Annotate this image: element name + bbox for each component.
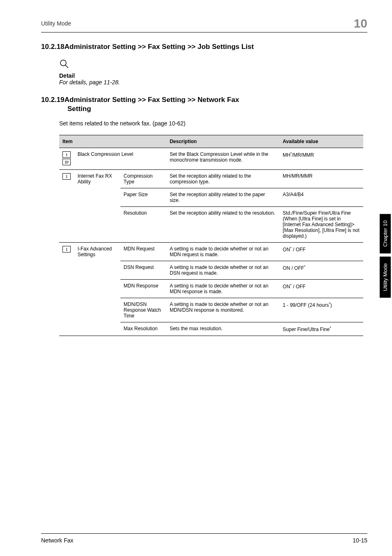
row3-sub5-avail-pre: Super Fine/Ultra Fine (283, 327, 330, 332)
row2-sub2-item2: Paper Size (120, 188, 166, 207)
row1-iconcell: I IP (59, 148, 74, 170)
section-num-2: 10.2.19 (41, 96, 65, 104)
row3-sub2-desc: A setting is made to decide whether or n… (166, 261, 279, 280)
row3-sub4-avail-post: ) (330, 302, 332, 308)
page-footer: Network Fax 10-15 (41, 535, 367, 544)
header-left-text: Utility Mode (41, 20, 71, 27)
row2-sub1-avail: MH/MR/MMR (279, 170, 363, 188)
detail-text: For details, page 11-28. (59, 79, 367, 86)
header-right-number: 10 (354, 16, 367, 30)
row3-sub3-desc: A setting is made to decide whether or n… (166, 280, 279, 298)
row3-sub5-avail-sup: * (330, 326, 331, 330)
footer-right: 10-15 (353, 537, 367, 544)
row3-sub3-item2: MDN Response (120, 280, 166, 298)
i-icon: I (62, 173, 71, 180)
footer-left: Network Fax (41, 537, 74, 544)
row2-sub3-item2: Resolution (120, 207, 166, 243)
magnifier-icon (59, 59, 70, 72)
row3-sub2-avail-pre: ON / OFF (283, 265, 304, 271)
footer-divider (41, 533, 367, 534)
row3-sub2-item2: DSN Request (120, 261, 166, 280)
row2-sub2-avail: A3/A4/B4 (279, 188, 363, 207)
row3-sub3-avail-post: / OFF (292, 284, 306, 290)
row2-sub1-desc: Set the reception ability related to the… (166, 170, 279, 188)
side-tab-section: Utility Mode (380, 257, 391, 298)
svg-point-0 (60, 60, 66, 66)
ip-icon: IP (62, 159, 71, 165)
section-title-text-1: Administrator Setting >> Fax Setting >> … (65, 43, 254, 51)
row1-avail: MH*/MR/MMR (279, 148, 363, 170)
row3-sub1-avail-pre: ON (283, 247, 290, 253)
section-title-2: 10.2.19Administrator Setting >> Fax Sett… (41, 95, 367, 114)
side-tab-chapter: Chapter 10 (380, 214, 391, 253)
table-header-row: Item Description Available value (59, 135, 363, 148)
table-row: I Internet Fax RX Ability Compression Ty… (59, 170, 363, 188)
row3-iconcell: I (59, 243, 74, 336)
row2-sub3-avail: Std./Fine/Super Fine/Ultra Fine (When [U… (279, 207, 363, 243)
row2-sub2-desc: Set the reception ability related to the… (166, 188, 279, 207)
row3-sub4-item2: MDN/DSN Response Watch Time (120, 298, 166, 322)
row3-sub5-desc: Sets the max resolution. (166, 322, 279, 336)
th-avail: Available value (279, 135, 363, 148)
page-header: Utility Mode 10 (41, 16, 367, 32)
row3-sub1-item2: MDN Request (120, 243, 166, 261)
side-tabs: Chapter 10 Utility Mode (380, 214, 392, 301)
row3-item1: I-Fax Advanced Settings (74, 243, 120, 336)
row3-sub3-avail-pre: ON (283, 284, 290, 290)
row3-sub1-desc: A setting is made to decide whether or n… (166, 243, 279, 261)
row2-sub3-desc: Set the reception ability related to the… (166, 207, 279, 243)
section-num-1: 10.2.18 (41, 43, 65, 51)
i-icon: I (62, 246, 71, 253)
th-item: Item (59, 135, 166, 148)
section2-body: Set items related to the network fax. (p… (59, 120, 367, 127)
row1-avail-pre: MH (283, 152, 291, 158)
row3-sub1-avail-post: / OFF (292, 247, 306, 253)
section-title-text-2b: Setting (67, 104, 367, 114)
row3-sub4-desc: A setting is made to decide whether or n… (166, 298, 279, 322)
table-row: I I-Fax Advanced Settings MDN Request A … (59, 243, 363, 261)
row3-sub3-avail: ON* / OFF (279, 280, 363, 298)
detail-label: Detail (59, 72, 367, 79)
row3-sub4-avail: 1 - 99/OFF (24 hours*) (279, 298, 363, 322)
row3-sub2-avail-sup: * (304, 264, 306, 269)
section-title-text-2a: Administrator Setting >> Fax Setting >> … (65, 96, 239, 104)
row1-desc: Set the Black Compression Level while in… (166, 148, 279, 170)
row3-sub5-item2: Max Resolution (120, 322, 166, 336)
row2-iconcell: I (59, 170, 74, 243)
row1-item: Black Compression Level (74, 148, 166, 170)
th-desc: Description (166, 135, 279, 148)
settings-table: Item Description Available value I IP Bl… (59, 135, 363, 336)
section-title-1: 10.2.18Administrator Setting >> Fax Sett… (41, 42, 367, 51)
row2-item1: Internet Fax RX Ability (74, 170, 120, 243)
row3-sub2-avail: ON / OFF* (279, 261, 363, 280)
row1-avail-post: /MR/MMR (292, 152, 314, 158)
row3-sub4-avail-pre: 1 - 99/OFF (24 hours (283, 302, 329, 308)
table-row: I IP Black Compression Level Set the Bla… (59, 148, 363, 170)
row2-sub1-item2: Compression Type (120, 170, 166, 188)
header-divider (41, 32, 367, 32)
svg-line-1 (65, 65, 68, 68)
i-icon: I (62, 151, 71, 158)
row3-sub1-avail: ON* / OFF (279, 243, 363, 261)
detail-block: Detail For details, page 11-28. (59, 72, 367, 86)
row3-sub5-avail: Super Fine/Ultra Fine* (279, 322, 363, 336)
